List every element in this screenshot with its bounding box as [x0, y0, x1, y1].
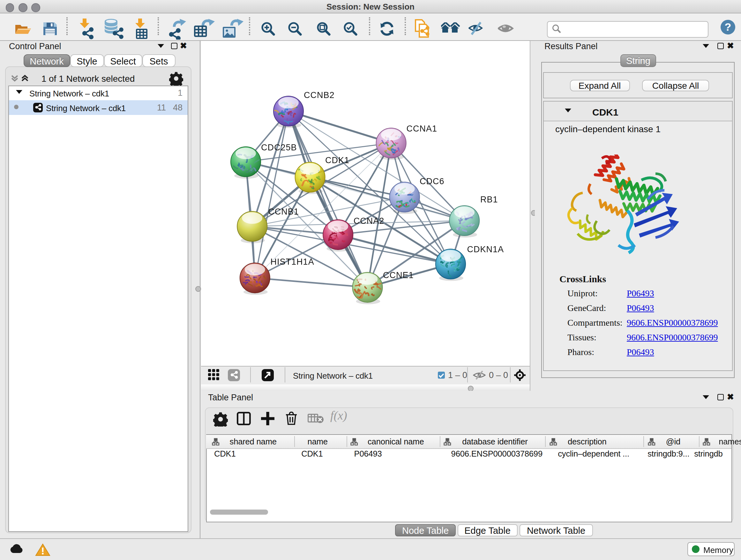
svg-text:CDKN1A: CDKN1A [467, 245, 504, 254]
svg-text:CCNA1: CCNA1 [407, 124, 437, 133]
svg-text:RB1: RB1 [480, 195, 498, 204]
svg-text:CDC6: CDC6 [420, 177, 445, 186]
svg-text:HIST1H1A: HIST1H1A [271, 257, 314, 266]
svg-text:CCNA2: CCNA2 [354, 216, 385, 226]
svg-text:CDK1: CDK1 [325, 155, 349, 165]
svg-text:CDC25B: CDC25B [261, 143, 297, 152]
svg-text:CCNB1: CCNB1 [268, 207, 299, 216]
svg-text:CCNB2: CCNB2 [304, 90, 335, 100]
svg-text:CCNE1: CCNE1 [383, 270, 414, 280]
